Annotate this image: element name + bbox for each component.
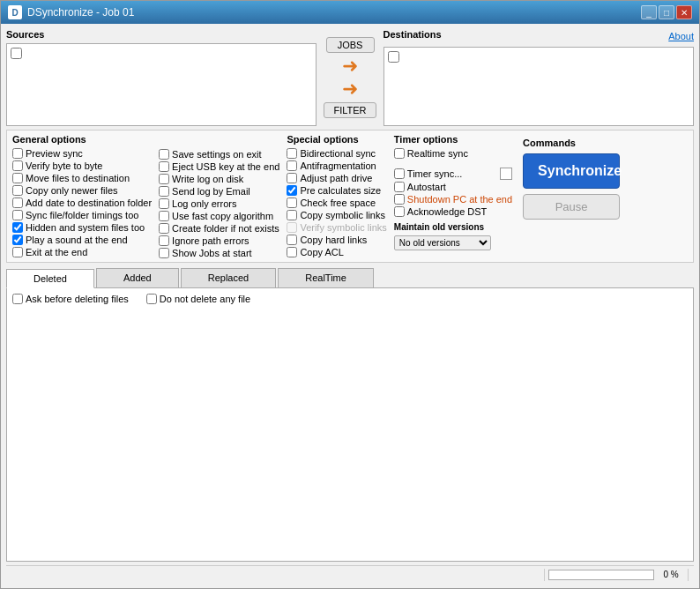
timer-sync-label: Timer sync... bbox=[407, 168, 463, 179]
timer-sync-box[interactable] bbox=[500, 168, 512, 180]
middle-buttons: JOBS ➜ ➜ FILTER bbox=[320, 29, 379, 126]
tab-deleted[interactable]: Deleted bbox=[6, 269, 94, 288]
tab-replaced[interactable]: Replaced bbox=[181, 268, 276, 287]
about-link[interactable]: About bbox=[668, 31, 694, 41]
option-timer-sync: Timer sync... bbox=[394, 168, 463, 179]
option-exit-end: Exit at the end bbox=[12, 247, 152, 257]
play-sound-label: Play a sound at the end bbox=[26, 235, 128, 245]
play-sound-checkbox[interactable] bbox=[12, 235, 23, 245]
preview-sync-label: Preview sync bbox=[26, 148, 83, 159]
fast-copy-label: Use fast copy algorithm bbox=[172, 211, 273, 221]
add-date-checkbox[interactable] bbox=[12, 198, 23, 208]
copy-hard-checkbox[interactable] bbox=[287, 235, 297, 245]
sources-container: Sources bbox=[6, 29, 316, 126]
copy-newer-checkbox[interactable] bbox=[12, 185, 23, 196]
copy-acl-checkbox[interactable] bbox=[287, 247, 297, 257]
add-date-label: Add date to destination folder bbox=[26, 198, 152, 208]
send-log-checkbox[interactable] bbox=[159, 186, 169, 197]
exit-end-checkbox[interactable] bbox=[12, 247, 23, 257]
bidirectional-label: Bidirectional sync bbox=[300, 148, 376, 159]
log-errors-label: Log only errors bbox=[172, 198, 236, 209]
write-log-checkbox[interactable] bbox=[159, 174, 169, 184]
ignore-path-checkbox[interactable] bbox=[159, 235, 169, 246]
versions-select[interactable]: No old versions bbox=[394, 235, 491, 250]
commands-label: Commands bbox=[523, 138, 576, 148]
save-settings-checkbox[interactable] bbox=[159, 149, 169, 160]
log-errors-checkbox[interactable] bbox=[159, 198, 169, 209]
acknowledge-dst-label: Acknowledge DST bbox=[407, 206, 488, 217]
copy-newer-label: Copy only newer files bbox=[26, 185, 118, 196]
antifrag-label: Antifragmentation bbox=[300, 160, 376, 171]
pause-button[interactable]: Pause bbox=[523, 194, 620, 220]
realtime-sync-checkbox[interactable] bbox=[394, 148, 405, 159]
main-content: Sources JOBS ➜ ➜ FILTER Destinations Abo… bbox=[1, 24, 699, 588]
destinations-container: Destinations About bbox=[384, 29, 694, 126]
tab-realtime[interactable]: RealTime bbox=[278, 268, 374, 287]
show-jobs-checkbox[interactable] bbox=[159, 248, 169, 258]
autostart-checkbox[interactable] bbox=[394, 182, 405, 192]
app-icon: D bbox=[8, 5, 22, 19]
tab-content: Ask before deleting files Do not delete … bbox=[6, 288, 694, 562]
copy-symlinks-checkbox[interactable] bbox=[287, 210, 297, 220]
sync-timings-checkbox[interactable] bbox=[12, 210, 23, 220]
destinations-checkbox-row bbox=[388, 51, 689, 63]
close-button[interactable]: ✕ bbox=[676, 5, 692, 19]
move-files-checkbox[interactable] bbox=[12, 173, 23, 183]
timer-options-group: Timer options Realtime sync Timer sync..… bbox=[394, 134, 512, 258]
option-sync-timings: Sync file/folder timings too bbox=[12, 210, 152, 220]
option-bidirectional: Bidirectional sync bbox=[287, 148, 386, 159]
option-no-delete: Do not delete any file bbox=[146, 294, 250, 304]
filter-button[interactable]: FILTER bbox=[324, 102, 376, 118]
antifrag-checkbox[interactable] bbox=[287, 160, 297, 171]
bidirectional-checkbox[interactable] bbox=[287, 148, 297, 159]
option-verify-symlinks: Verify symbolic links bbox=[287, 222, 386, 233]
acknowledge-dst-checkbox[interactable] bbox=[394, 206, 405, 217]
titlebar: D DSynchronize - Job 01 _ □ ✕ bbox=[1, 1, 699, 24]
statusbar-divider2 bbox=[688, 569, 689, 581]
adjust-path-checkbox[interactable] bbox=[287, 173, 297, 183]
shutdown-label: Shutdown PC at the end bbox=[407, 194, 512, 205]
minimize-button[interactable]: _ bbox=[641, 5, 657, 19]
window-title: DSynchronize - Job 01 bbox=[27, 6, 134, 19]
create-folder-checkbox[interactable] bbox=[159, 223, 169, 234]
option-write-log: Write log on disk bbox=[159, 174, 279, 184]
option-adjust-path: Adjust path drive bbox=[287, 173, 386, 183]
ask-delete-checkbox[interactable] bbox=[12, 294, 23, 304]
option-preview-sync: Preview sync bbox=[12, 148, 152, 159]
verify-symlinks-checkbox[interactable] bbox=[287, 222, 297, 233]
option-create-folder: Create folder if not exists bbox=[159, 223, 279, 234]
tabs-container: Deleted Added Replaced RealTime Ask befo… bbox=[6, 266, 694, 562]
tab-deleted-options: Ask before deleting files Do not delete … bbox=[12, 294, 688, 304]
option-send-log: Send log by Email bbox=[159, 186, 279, 197]
ignore-path-label: Ignore path errors bbox=[172, 235, 249, 246]
option-fast-copy: Use fast copy algorithm bbox=[159, 211, 279, 221]
tab-added[interactable]: Added bbox=[96, 268, 179, 287]
show-jobs-label: Show Jobs at start bbox=[172, 248, 252, 258]
eject-usb-checkbox[interactable] bbox=[159, 161, 169, 172]
timer-options-title: Timer options bbox=[394, 134, 512, 145]
jobs-button[interactable]: JOBS bbox=[326, 37, 375, 53]
synchronize-button[interactable]: Synchronize bbox=[523, 153, 620, 189]
option-log-errors: Log only errors bbox=[159, 198, 279, 209]
maximize-button[interactable]: □ bbox=[659, 5, 674, 19]
option-acknowledge-dst: Acknowledge DST bbox=[394, 206, 512, 217]
timer-sync-checkbox[interactable] bbox=[394, 168, 405, 179]
destinations-checkbox[interactable] bbox=[388, 51, 399, 63]
sources-checkbox[interactable] bbox=[11, 48, 22, 59]
option-hidden-system: Hidden and system files too bbox=[12, 222, 152, 233]
copy-hard-label: Copy hard links bbox=[300, 235, 367, 245]
verify-byte-checkbox[interactable] bbox=[12, 160, 23, 171]
option-save-settings: Save settings on exit bbox=[159, 149, 279, 160]
shutdown-checkbox[interactable] bbox=[394, 194, 405, 205]
option-realtime-sync: Realtime sync bbox=[394, 148, 512, 159]
no-delete-checkbox[interactable] bbox=[146, 294, 157, 304]
hidden-system-checkbox[interactable] bbox=[12, 222, 23, 233]
preview-sync-checkbox[interactable] bbox=[12, 148, 23, 159]
statusbar-divider bbox=[544, 569, 545, 581]
option-eject-usb: Eject USB key at the end bbox=[159, 161, 279, 172]
hidden-system-label: Hidden and system files too bbox=[26, 222, 145, 233]
pre-calc-checkbox[interactable] bbox=[287, 185, 297, 196]
write-log-label: Write log on disk bbox=[172, 174, 243, 184]
fast-copy-checkbox[interactable] bbox=[159, 211, 169, 221]
check-free-checkbox[interactable] bbox=[287, 198, 297, 208]
